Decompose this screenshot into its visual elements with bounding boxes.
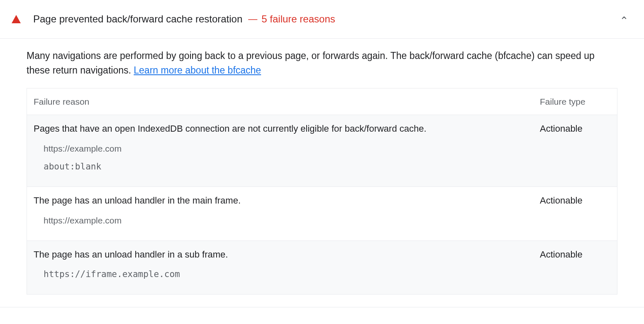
- warning-triangle-icon: [12, 15, 21, 23]
- svg-marker-0: [12, 15, 21, 23]
- detail-list: https://iframe.example.com: [34, 268, 610, 281]
- audit-title: Page prevented back/forward cache restor…: [33, 12, 242, 27]
- audit-header: Page prevented back/forward cache restor…: [0, 0, 644, 39]
- failure-table: Failure reason Failure type Pages that h…: [27, 88, 617, 295]
- column-header-reason: Failure reason: [34, 95, 540, 108]
- failure-type: Actionable: [540, 248, 610, 261]
- failure-type: Actionable: [540, 194, 610, 207]
- collapse-toggle[interactable]: [616, 8, 632, 30]
- failure-reason: The page has an unload handler in the ma…: [34, 194, 540, 207]
- detail-item: https://iframe.example.com: [44, 268, 610, 281]
- table-row: The page has an unload handler in the ma…: [27, 187, 617, 241]
- table-header-row: Failure reason Failure type: [27, 88, 617, 115]
- detail-list: https://example.comabout:blank: [34, 142, 610, 173]
- detail-item: https://example.com: [44, 214, 610, 227]
- separator-dash: —: [248, 12, 257, 26]
- failure-reason: Pages that have an open IndexedDB connec…: [34, 122, 540, 135]
- table-row: The page has an unload handler in a sub …: [27, 241, 617, 295]
- failure-count: 5 failure reasons: [261, 12, 335, 27]
- learn-more-link[interactable]: Learn more about the bfcache: [134, 65, 261, 76]
- detail-item: about:blank: [44, 160, 610, 174]
- description-text: Many navigations are performed by going …: [27, 50, 595, 76]
- failure-type: Actionable: [540, 122, 610, 135]
- audit-description: Many navigations are performed by going …: [0, 39, 644, 88]
- detail-list: https://example.com: [34, 214, 610, 227]
- failure-reason: The page has an unload handler in a sub …: [34, 248, 540, 261]
- table-row: Pages that have an open IndexedDB connec…: [27, 115, 617, 187]
- column-header-type: Failure type: [540, 95, 610, 108]
- detail-item: https://example.com: [44, 142, 610, 155]
- chevron-up-icon: [620, 14, 628, 22]
